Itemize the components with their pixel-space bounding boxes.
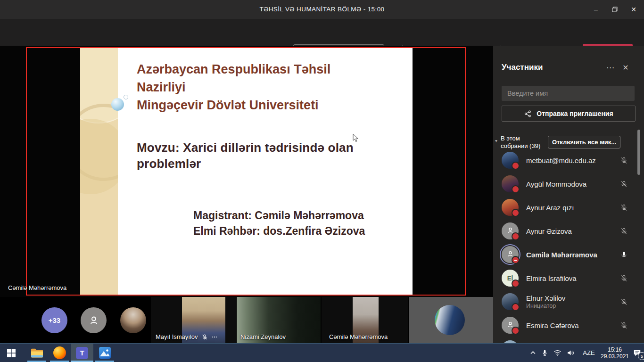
participant-avatar[interactable] [120,307,146,333]
video-filmstrip: +33 Mayıl İsmayılov Nizami Zeynalov [0,297,493,343]
video-tile[interactable]: Cəmilə Məhərrəmova [322,297,408,343]
mic-status-icon[interactable] [620,321,628,329]
panel-more-button[interactable]: ⋯ [604,61,617,74]
presenter-name-label: Cəmilə Məhərrəmova [8,284,66,291]
participant-row[interactable]: Elnur Xəlilov Инициатор [493,290,644,313]
chevron-down-icon[interactable]: ▾ [495,138,497,143]
mic-status-icon[interactable] [620,180,628,188]
maximize-button[interactable] [605,0,624,19]
meeting-toolbar: --:-- Запросить управление [0,19,644,46]
photos-button[interactable] [93,344,116,362]
teams-meeting-window: TƏHSİL VƏ HUMANİTAR BÖLMƏ - 15:00 – ✕ --… [0,0,644,362]
participant-row[interactable]: metbuat@mdu.edu.az [493,148,644,172]
participant-avatar[interactable] [81,307,107,333]
avatar: Eİ [502,270,519,287]
participants-panel: Участники ⋯ ✕ Отправка приглашения ▾ В э… [493,46,644,343]
participant-row[interactable]: Cəmilə Məhərrəmova [493,243,644,266]
mute-all-button[interactable]: Отключить все мик... [548,136,620,148]
video-tile[interactable]: Mayıl İsmayılov [151,297,236,343]
avatar [502,199,519,216]
notification-count-badge: 5 [638,352,644,360]
search-name-input[interactable] [502,86,635,101]
invite-label: Отправка приглашения [537,110,613,117]
mic-status-icon[interactable] [620,251,628,259]
meeting-stage: Azərbaycan Respublikası Təhsil Nazirliyi… [0,46,493,297]
participant-row[interactable]: Aynur Əzizova [493,219,644,243]
volume-icon [567,349,575,356]
participant-row[interactable]: Aynur Araz qızı [493,196,644,219]
participant-photo-avatar [435,305,465,335]
tray-language-button[interactable]: AZE [579,344,599,362]
tray-clock[interactable]: 15:16 29.03.2021 [600,344,630,362]
avatar [502,246,519,263]
mic-status-icon[interactable] [620,156,628,165]
shared-slide: Azərbaycan Respublikası Təhsil Nazirliyi… [80,48,413,295]
start-button[interactable] [0,344,23,362]
slide-decoration-band [80,48,118,295]
wifi-icon [553,349,561,356]
slide-topic: Movzu: Xarici dillərin tədrisində olan p… [137,140,368,172]
participant-row[interactable]: Eİ Elmira İsrafilova [493,266,644,290]
firefox-button[interactable] [48,344,71,362]
tile-name: Cəmilə Məhərrəmova [329,333,388,340]
photos-icon [99,347,111,359]
status-badge [512,209,520,217]
more-icon[interactable] [211,334,218,340]
participant-name: Aygül Məmmədova [526,180,586,188]
avatar [502,175,519,192]
chevron-up-icon [530,350,536,356]
panel-close-button[interactable]: ✕ [619,61,632,74]
participant-name: Elnur Xəlilov [526,294,565,302]
overflow-participants-badge[interactable]: +33 [41,307,67,333]
participant-name: Aynur Araz qızı [526,204,574,212]
minimize-button[interactable]: – [586,0,605,19]
participant-row[interactable]: Esmira Cəfərova [493,313,644,337]
close-button[interactable]: ✕ [624,0,643,19]
status-badge [512,162,520,170]
tray-expand-button[interactable] [527,344,538,362]
file-explorer-button[interactable] [25,344,48,362]
action-center-button[interactable]: 5 [630,344,644,362]
minimize-icon: – [594,6,598,13]
mic-icon [541,349,548,356]
participant-row[interactable]: Aygül Məmmədova [493,172,644,196]
windows-logo-icon [7,349,16,357]
mic-status-icon[interactable] [620,204,628,212]
avatar [502,317,519,334]
status-badge [512,327,520,335]
person-icon [87,314,100,327]
mic-off-icon [201,334,208,340]
send-invite-button[interactable]: Отправка приглашения [502,106,636,122]
tray-wifi-button[interactable] [551,344,564,362]
video-tile[interactable]: Nizami Zeynalov [237,297,321,343]
close-icon: ✕ [631,6,636,13]
close-icon: ✕ [622,63,628,72]
panel-title: Участники [502,63,543,72]
status-badge [512,185,520,193]
avatar [502,222,519,239]
titlebar: TƏHSİL VƏ HUMANİTAR BÖLMƏ - 15:00 – ✕ [0,0,644,19]
slide-ring-decoration [124,95,128,99]
tray-volume-button[interactable] [564,344,577,362]
mic-status-icon[interactable] [620,298,628,306]
participant-name: Elmira İsrafilova [526,274,577,282]
participant-name: Esmira Cəfərova [526,321,579,329]
tray-date: 29.03.2021 [601,353,629,360]
avatar-tile[interactable] [409,297,493,343]
tray-time: 15:16 [608,346,622,353]
participant-name: Cəmilə Məhərrəmova [526,251,597,259]
more-icon: ⋯ [606,63,615,73]
slide-title: Azərbaycan Respublikası Təhsil Nazirliyi… [137,60,358,114]
mic-status-icon[interactable] [620,227,628,235]
panel-scrollbar[interactable] [637,130,640,175]
tray-mic-button[interactable] [538,344,551,362]
participant-name: Aynur Əzizova [526,227,572,235]
mic-status-icon[interactable] [620,274,628,282]
maximize-icon [612,7,618,12]
teams-button[interactable]: T [71,344,93,362]
meeting-title: TƏHSİL VƏ HUMANİTAR BÖLMƏ - 15:00 [0,0,644,19]
avatar [502,293,519,310]
file-explorer-icon [31,348,43,358]
participant-row[interactable] [493,337,644,343]
status-badge [512,232,520,240]
